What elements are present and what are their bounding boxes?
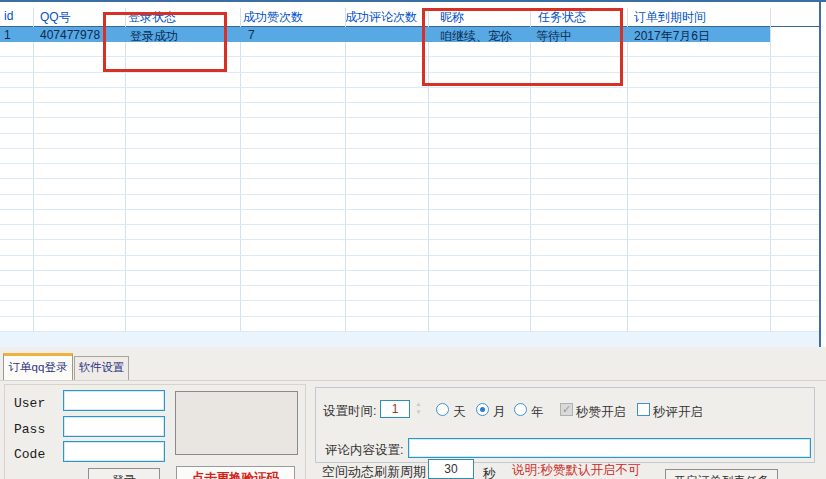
column-header-qq[interactable]: QQ号 — [40, 9, 71, 25]
column-header-expire-date[interactable]: 订单到期时间 — [634, 9, 706, 25]
empty-rows-grid — [0, 42, 820, 347]
refresh-period-input[interactable]: 30 — [428, 459, 474, 479]
pass-label: Pass — [14, 422, 45, 437]
stepper-up-icon[interactable]: ▲ — [412, 400, 425, 408]
radio-year[interactable] — [514, 403, 527, 416]
time-stepper[interactable]: ▲ ▼ — [412, 400, 425, 418]
checkbox-instant-like[interactable]: ✓ — [560, 403, 573, 416]
captcha-image-box — [175, 391, 298, 455]
column-header-like-count[interactable]: 成功赞次数 — [243, 9, 303, 25]
comment-content-label: 评论内容设置: — [325, 442, 403, 459]
checkbox-instant-comment-label[interactable]: 秒评开启 — [653, 404, 703, 421]
annotation-red-box-nickname-task — [422, 8, 623, 86]
refresh-unit-label: 秒 — [483, 465, 496, 479]
refresh-period-label: 空间动态刷新周期 — [322, 463, 426, 479]
annotation-red-box-login-status — [103, 12, 227, 72]
column-header-id[interactable]: id — [4, 9, 13, 25]
captcha-refresh-button[interactable]: 点击更换验证码 — [176, 466, 295, 479]
checkbox-instant-like-label[interactable]: 秒赞开启 — [576, 404, 626, 421]
login-button[interactable]: 登录 — [88, 468, 160, 479]
set-time-label: 设置时间: — [323, 403, 376, 420]
pass-input[interactable] — [63, 416, 165, 437]
comment-content-input[interactable] — [408, 438, 811, 458]
tab-strip-line — [0, 380, 826, 381]
cell-expire-date: 2017年7月6日 — [634, 28, 710, 42]
time-value-input[interactable]: 1 — [380, 400, 410, 418]
radio-day-label[interactable]: 天 — [453, 404, 466, 421]
table-right-border — [819, 2, 821, 348]
radio-month-label[interactable]: 月 — [493, 404, 506, 421]
last-row-highlight — [0, 332, 820, 347]
cell-qq: 407477978 — [40, 28, 100, 42]
radio-year-label[interactable]: 年 — [531, 404, 544, 421]
column-header-comment-count[interactable]: 成功评论次数 — [345, 9, 417, 25]
tab-order-qq-login[interactable]: 订单qq登录 — [3, 353, 73, 380]
note-text: 说明:秒赞默认开启不可 — [512, 462, 640, 479]
start-order-task-button[interactable]: 开启订单列表任务 — [665, 469, 778, 479]
cell-like-count: 7 — [248, 28, 255, 42]
tab-software-settings[interactable]: 软件设置 — [74, 356, 129, 380]
radio-month[interactable] — [476, 403, 489, 416]
user-input[interactable] — [63, 390, 165, 411]
stepper-down-icon[interactable]: ▼ — [412, 408, 425, 416]
user-label: User — [14, 396, 45, 411]
radio-day[interactable] — [436, 403, 449, 416]
code-label: Code — [14, 447, 45, 462]
checkbox-instant-comment[interactable] — [637, 403, 650, 416]
cell-id: 1 — [4, 28, 11, 42]
code-input[interactable] — [63, 441, 165, 462]
